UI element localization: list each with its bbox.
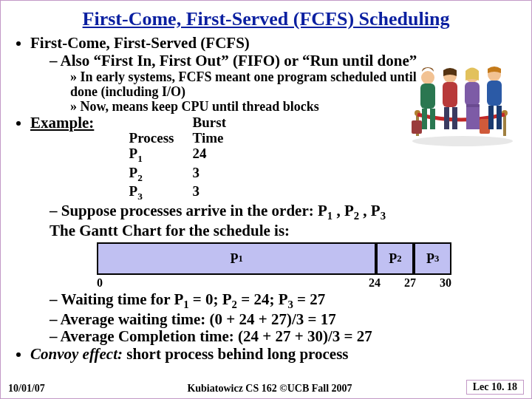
bullet-avg-completion: Average Completion time: (24 + 27 + 30)/… — [50, 328, 518, 346]
queue-people-illustration — [407, 51, 518, 147]
svg-rect-8 — [430, 109, 435, 129]
svg-rect-22 — [497, 106, 502, 129]
gantt-cell-p3: P3 — [414, 244, 451, 273]
svg-rect-11 — [443, 82, 457, 107]
svg-rect-2 — [503, 114, 506, 136]
svg-rect-12 — [444, 107, 449, 129]
svg-rect-17 — [466, 104, 480, 107]
bullet-avg-wait: Average waiting time: (0 + 24 + 27)/3 = … — [50, 311, 518, 329]
bullet-suppose: Suppose processes arrive in the order: P… — [50, 202, 518, 239]
svg-rect-15 — [465, 82, 480, 106]
svg-rect-7 — [422, 109, 427, 129]
gantt-cell-p1: P1 — [97, 244, 376, 273]
process-table: ProcessBurst Time P124 P23 P33 — [129, 115, 259, 203]
bullet-convoy: Convoy effect: short process behind long… — [30, 346, 518, 364]
gantt-cell-p2: P2 — [376, 244, 414, 273]
svg-rect-18 — [480, 119, 490, 134]
table-row: P23 — [129, 165, 259, 184]
svg-point-5 — [421, 71, 434, 84]
gantt-chart: P1 P2 P3 0 24 27 30 — [97, 242, 451, 290]
bullet-waiting-time: Waiting time for P1 = 0; P2 = 24; P3 = 2… — [50, 291, 518, 311]
col-process: Process — [129, 130, 193, 146]
footer-date: 10/01/07 — [8, 383, 89, 395]
slide-footer: 10/01/07 Kubiatowicz CS 162 ©UCB Fall 20… — [1, 380, 531, 395]
svg-rect-21 — [488, 106, 494, 129]
table-row: P124 — [129, 146, 259, 165]
gantt-axis: 0 24 27 30 — [97, 276, 451, 290]
footer-course: Kubiatowicz CS 162 ©UCB Fall 2007 — [89, 383, 450, 395]
footer-page: Lec 10. 18 — [450, 380, 524, 395]
svg-rect-16 — [466, 104, 480, 129]
svg-rect-6 — [420, 83, 435, 109]
svg-rect-9 — [412, 120, 422, 134]
bullet-example: Example: ProcessBurst Time P124 P23 P33 … — [30, 115, 518, 346]
col-burst: Burst Time — [193, 115, 259, 146]
table-row: P33 — [129, 183, 259, 202]
slide: First-Come, First-Served (FCFS) Scheduli… — [0, 0, 532, 399]
svg-rect-13 — [452, 107, 457, 129]
slide-title: First-Come, First-Served (FCFS) Scheduli… — [14, 8, 518, 30]
svg-point-0 — [412, 136, 513, 146]
bullet-early-systems: In early systems, FCFS meant one program… — [70, 69, 417, 99]
svg-rect-20 — [487, 81, 502, 106]
